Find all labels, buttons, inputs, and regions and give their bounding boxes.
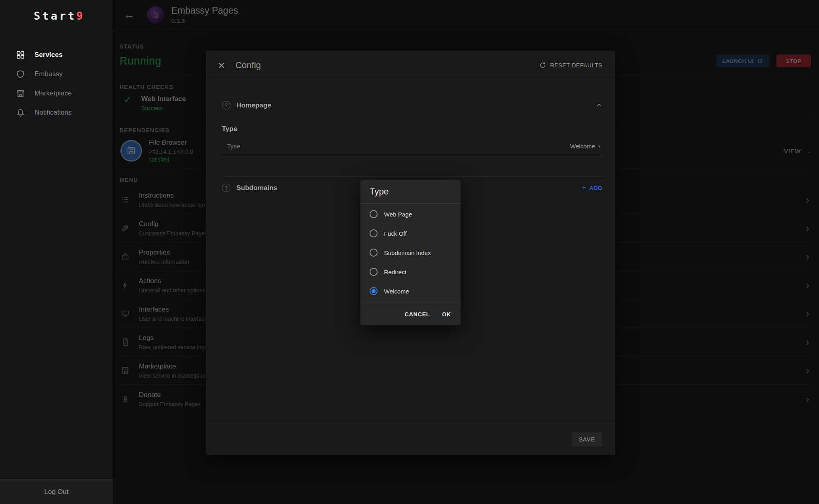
bell-icon [16,108,25,117]
radio-option-label: Welcome [384,288,409,295]
dialog-backdrop[interactable] [113,0,819,504]
radio-option-label: Subdomain Index [384,249,431,256]
logout-button[interactable]: Log Out [0,479,113,504]
sidebar-item-marketplace[interactable]: Marketplace [0,84,113,103]
sidebar-item-label: Notifications [35,109,72,117]
grid-icon [16,50,25,60]
radio-option-label: Fuck Off [384,230,406,237]
radio-icon[interactable] [370,249,378,257]
radio-option-label: Web Page [384,211,412,218]
storefront-icon [16,89,25,98]
type-dialog-footer: CANCEL OK [360,303,461,325]
radio-option-subdomain-index[interactable]: Subdomain Index [360,243,461,262]
screen: Start9 Services Embassy Marketplace [0,0,819,504]
radio-option-redirect[interactable]: Redirect [360,262,461,281]
start9-logo: Start9 [0,0,113,22]
sidebar-nav: Services Embassy Marketplace Notificatio… [0,45,113,122]
cancel-button[interactable]: CANCEL [404,311,430,318]
radio-option-web-page[interactable]: Web Page [360,204,461,224]
sidebar-item-label: Embassy [35,70,63,78]
logo-accent: 9 [76,10,85,22]
sidebar-item-label: Marketplace [35,89,72,97]
radio-icon[interactable] [370,210,378,218]
sidebar-item-services[interactable]: Services [0,45,113,65]
ok-button[interactable]: OK [442,311,451,318]
type-dialog-title: Type [360,180,461,204]
radio-icon[interactable] [370,229,378,237]
type-dialog-options: Web Page Fuck Off Subdomain Index Redire… [360,204,461,302]
radio-option-label: Redirect [384,269,406,275]
radio-selected-icon[interactable] [370,287,378,295]
type-dialog: Type Web Page Fuck Off Subdomain Index R… [360,180,461,325]
sidebar-item-notifications[interactable]: Notifications [0,103,113,122]
sidebar-item-embassy[interactable]: Embassy [0,65,113,84]
sidebar: Start9 Services Embassy Marketplace [0,0,113,504]
radio-option-welcome[interactable]: Welcome [360,281,461,301]
logo-text: Start [34,10,76,22]
radio-icon[interactable] [370,268,378,276]
shield-icon [16,69,25,79]
sidebar-item-label: Services [35,51,63,59]
radio-option-fuck-off[interactable]: Fuck Off [360,224,461,243]
